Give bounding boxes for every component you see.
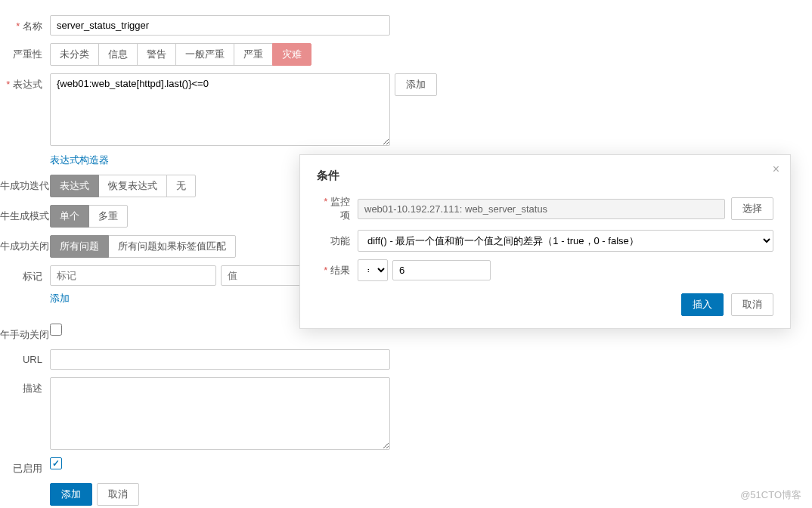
tag-label: 标记 (0, 265, 50, 283)
manual-close-checkbox[interactable] (50, 324, 62, 336)
severity-label: 严重性 (0, 43, 50, 61)
enabled-label: 已启用 (0, 457, 50, 475)
name-input[interactable] (50, 15, 390, 36)
ok-gen-expression[interactable]: 表达式 (50, 175, 99, 197)
url-label: URL (0, 349, 50, 365)
severity-average[interactable]: 一般严重 (175, 43, 234, 66)
problem-gen-multi[interactable]: 多重 (88, 205, 128, 228)
problem-gen-segmented: 单个 多重 (50, 205, 128, 228)
severity-segmented: 未分类 信息 警告 一般严重 严重 灾难 (50, 43, 311, 66)
result-input[interactable] (392, 260, 491, 280)
function-label: 功能 (317, 234, 358, 248)
description-textarea[interactable] (50, 377, 390, 450)
problem-gen-single[interactable]: 单个 (50, 205, 89, 228)
severity-unclassified[interactable]: 未分类 (50, 43, 99, 66)
tag-name-input[interactable] (50, 265, 216, 286)
modal-cancel-button[interactable]: 取消 (731, 293, 773, 316)
ok-close-segmented: 所有问题 所有问题如果标签值匹配 (50, 235, 236, 258)
item-label: 监控项 (317, 195, 358, 222)
insert-button[interactable]: 插入 (681, 293, 724, 316)
function-select[interactable]: diff() - 最后一个值和前一个值之间的差异（1 - true，0 - fa… (358, 230, 773, 252)
url-input[interactable] (50, 349, 390, 370)
select-item-button[interactable]: 选择 (731, 197, 773, 220)
modal-title: 条件 (317, 169, 773, 183)
name-label: 名称 (0, 15, 50, 33)
expression-textarea[interactable]: {web01:web_state[httpd].last()}<=0 (50, 73, 390, 146)
severity-warning[interactable]: 警告 (137, 43, 176, 66)
watermark: @51CTO博客 (740, 488, 801, 502)
description-label: 描述 (0, 377, 50, 395)
result-label: 结果 (317, 264, 358, 277)
expression-label: 表达式 (0, 73, 50, 91)
ok-close-all[interactable]: 所有问题 (50, 235, 109, 258)
close-icon[interactable]: × (773, 163, 779, 176)
ok-gen-none[interactable]: 无 (166, 175, 196, 197)
enabled-checkbox[interactable]: ✓ (50, 457, 62, 469)
expression-add-button[interactable]: 添加 (395, 73, 437, 96)
expression-builder-link[interactable]: 表达式构造器 (50, 153, 109, 167)
ok-gen-recovery[interactable]: 恢复表达式 (98, 175, 167, 197)
severity-info[interactable]: 信息 (98, 43, 138, 66)
severity-high[interactable]: 严重 (234, 43, 273, 66)
severity-disaster[interactable]: 灾难 (272, 43, 311, 66)
item-field: web01-10.192.27.111: web_server_status (358, 199, 725, 219)
manual-close-label: 午手动关闭 (0, 324, 50, 342)
submit-add-button[interactable]: 添加 (50, 483, 92, 506)
ok-gen-label: 牛成功迭代 (0, 175, 50, 193)
problem-gen-label: 牛生成模式 (0, 205, 50, 223)
condition-modal: × 条件 监控项 web01-10.192.27.111: web_server… (299, 154, 791, 329)
ok-close-label: 牛成功关闭 (0, 235, 50, 253)
tag-add-link[interactable]: 添加 (50, 292, 70, 305)
submit-cancel-button[interactable]: 取消 (97, 483, 139, 506)
ok-close-tag[interactable]: 所有问题如果标签值匹配 (108, 235, 236, 258)
operator-select[interactable]: = (358, 259, 388, 281)
ok-gen-segmented: 表达式 恢复表达式 无 (50, 175, 196, 197)
